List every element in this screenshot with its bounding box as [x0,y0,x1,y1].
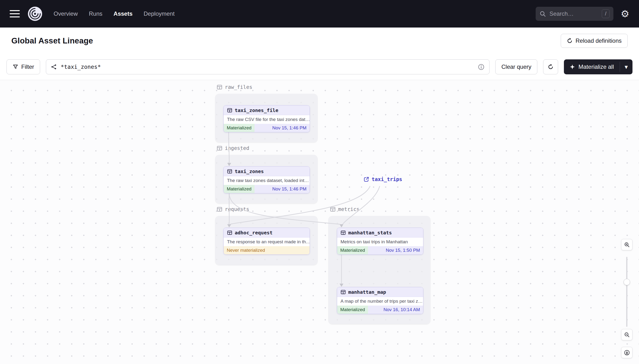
materialize-all-label: Materialize all [578,64,614,70]
group-icon [217,206,222,212]
refresh-graph-button[interactable] [543,60,558,74]
materialize-caret-button[interactable]: ▾ [620,60,632,74]
group-label-ingested[interactable]: ingested [217,145,249,151]
materialization-timestamp: Nov 15, 1:46 PM [255,185,310,193]
group-icon [217,84,222,90]
lineage-edges [0,80,639,364]
asset-description: Metrics on taxi trips in Manhattan [337,238,423,246]
asset-description: A map of the number of trips per taxi z… [337,297,423,306]
download-view-button[interactable] [621,347,632,358]
caret-down-icon: ▾ [624,63,628,71]
group-icon [330,206,336,212]
asset-name: taxi_zones_file [235,108,278,113]
materialize-all-button[interactable]: Materialize all [564,60,620,74]
asset-name: taxi_zones [235,168,264,174]
asset-node-taxi-zones[interactable]: taxi_zones The raw taxi zones dataset, l… [223,166,310,193]
download-icon [624,350,630,356]
search-icon [539,10,546,17]
asset-description: The raw taxi zones dataset, loaded int… [224,176,310,185]
group-name: requests [225,206,249,212]
clear-query-button[interactable]: Clear query [495,60,537,74]
group-label-raw-files[interactable]: raw_files [217,84,252,90]
clear-query-label: Clear query [501,64,531,70]
materialization-status: Materialized [224,185,255,193]
asset-selection-input[interactable]: *taxi_zones* [46,60,489,74]
materialization-status: Never materialized [224,246,310,254]
filter-button[interactable]: Filter [7,60,40,74]
asset-name: manhattan_stats [348,230,392,236]
nav-item-assets[interactable]: Assets [114,10,133,17]
external-asset-taxi-trips[interactable]: taxi_trips [363,176,402,182]
lineage-graph-icon [51,64,57,70]
table-icon [227,108,232,113]
asset-node-adhoc-request[interactable]: adhoc_request The response to an request… [223,228,310,255]
zoom-in-button[interactable] [621,239,632,250]
main-nav: Overview Runs Assets Deployment [54,10,175,17]
asset-description: The response to an request made in th… [224,238,310,246]
materialization-status: Materialized [224,124,255,132]
asset-name: adhoc_request [235,230,273,236]
reload-definitions-button[interactable]: Reload definitions [561,34,628,48]
materialize-sparkle-icon [570,64,575,70]
asset-node-manhattan-stats[interactable]: manhattan_stats Metrics on taxi trips in… [337,228,423,255]
group-name: raw_files [225,84,252,90]
table-icon [341,230,346,235]
nav-item-deployment[interactable]: Deployment [144,10,175,17]
external-asset-name: taxi_trips [372,176,402,182]
lineage-toolbar: Filter *taxi_zones* Clear query Material… [0,54,639,80]
filter-funnel-icon [13,64,18,70]
refresh-icon [548,64,553,70]
group-name: metrics [338,206,360,212]
search-input[interactable]: Search… / [536,7,613,21]
group-label-requests[interactable]: requests [217,206,249,212]
table-icon [227,230,232,235]
materialization-timestamp: Nov 15, 1:46 PM [255,124,310,132]
search-shortcut-badge: / [602,10,609,18]
settings-gear-icon[interactable]: ⚙ [621,9,629,18]
asset-name: manhattan_map [348,289,386,295]
table-icon [341,290,346,295]
asset-selection-value: *taxi_zones* [61,64,101,70]
external-link-icon [363,176,369,182]
zoom-slider-track[interactable] [626,257,627,327]
nav-item-overview[interactable]: Overview [54,10,78,17]
materialization-timestamp: Nov 16, 10:14 AM [368,306,423,314]
info-icon[interactable] [478,64,484,70]
group-icon [217,145,222,151]
search-placeholder: Search… [549,10,573,17]
menu-icon[interactable] [10,10,20,18]
materialization-status: Materialized [337,306,368,314]
zoom-out-button[interactable] [621,329,632,340]
page-title: Global Asset Lineage [11,36,93,46]
page-header: Global Asset Lineage Reload definitions [0,28,639,54]
asset-description: The raw CSV file for the taxi zones dat… [224,115,310,124]
asset-node-manhattan-map[interactable]: manhattan_map A map of the number of tri… [337,287,423,314]
reload-definitions-label: Reload definitions [575,38,621,44]
zoom-in-icon [624,242,630,248]
asset-node-taxi-zones-file[interactable]: taxi_zones_file The raw CSV file for the… [223,105,310,132]
zoom-slider-thumb[interactable] [623,279,630,285]
materialization-status: Materialized [337,246,368,254]
group-name: ingested [225,145,249,151]
lineage-canvas[interactable]: raw_files ingested requests metrics [0,80,639,364]
refresh-icon [567,38,572,44]
materialization-timestamp: Nov 15, 1:50 PM [368,246,423,254]
top-navbar: Overview Runs Assets Deployment Search… … [0,0,639,28]
group-label-metrics[interactable]: metrics [330,206,360,212]
filter-label: Filter [21,64,34,70]
materialize-all-split-button: Materialize all ▾ [564,60,632,74]
table-icon [227,169,232,174]
nav-item-runs[interactable]: Runs [89,10,102,17]
dagster-logo[interactable] [28,6,43,21]
zoom-out-icon [624,332,630,338]
